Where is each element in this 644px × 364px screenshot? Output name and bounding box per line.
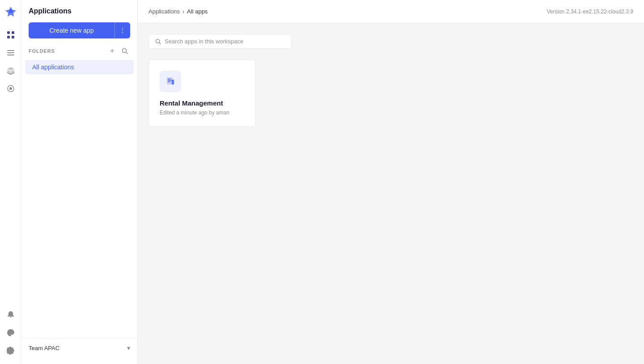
sidebar-title: Applications <box>21 7 137 22</box>
folder-label: All applications <box>32 63 74 71</box>
app-meta: Edited a minute ago by aman <box>160 110 245 116</box>
svg-rect-20 <box>168 80 172 81</box>
plus-icon: + <box>110 47 114 55</box>
svg-rect-3 <box>7 36 10 38</box>
create-menu-button[interactable]: ⋮ <box>114 22 130 38</box>
search-bar-icon <box>155 38 161 45</box>
create-new-app-button[interactable]: Create new app <box>29 22 114 38</box>
folders-label: FOLDERS <box>29 48 55 54</box>
bottom-icons <box>3 307 19 359</box>
svg-point-0 <box>9 9 13 13</box>
svg-point-12 <box>11 330 12 331</box>
app-card-rental-management[interactable]: Rental Management Edited a minute ago by… <box>148 59 256 127</box>
svg-line-17 <box>159 42 161 44</box>
svg-rect-22 <box>172 80 174 85</box>
svg-rect-5 <box>7 50 14 51</box>
svg-line-15 <box>126 52 128 54</box>
nav-icon-list[interactable] <box>3 45 19 61</box>
nav-icon-filter[interactable] <box>3 80 19 97</box>
breadcrumb-separator: › <box>182 8 184 15</box>
team-name: Team APAC <box>29 345 59 351</box>
version-info: Version 2.34.1-ee2.15.22-cloud2.3.9 <box>547 8 633 15</box>
svg-point-10 <box>8 332 9 333</box>
svg-point-13 <box>12 332 13 333</box>
top-bar: Applications › All apps Version 2.34.1-e… <box>138 0 644 23</box>
three-dots-icon: ⋮ <box>119 27 126 34</box>
apps-grid: Rental Management Edited a minute ago by… <box>148 59 633 127</box>
app-icon <box>165 76 176 87</box>
add-folder-button[interactable]: + <box>107 46 118 56</box>
folders-header: FOLDERS + <box>21 46 137 60</box>
svg-rect-7 <box>7 55 14 55</box>
sidebar-bottom: Team APAC ▾ <box>21 339 137 357</box>
search-input[interactable] <box>165 38 285 45</box>
svg-rect-19 <box>168 79 171 80</box>
create-btn-wrapper: Create new app ⋮ <box>21 22 137 46</box>
nav-icon-notifications[interactable] <box>3 307 19 323</box>
chevron-down-icon[interactable]: ▾ <box>127 344 130 351</box>
icon-sidebar <box>0 0 21 364</box>
app-icon-wrapper <box>160 71 181 92</box>
content-area: Rental Management Edited a minute ago by… <box>138 23 644 364</box>
search-folder-button[interactable] <box>119 46 130 56</box>
folder-item-all-applications[interactable]: All applications <box>25 60 134 74</box>
svg-rect-1 <box>7 31 10 34</box>
logo[interactable] <box>4 5 17 18</box>
svg-rect-2 <box>12 31 14 34</box>
main-content: Applications › All apps Version 2.34.1-e… <box>138 0 644 364</box>
breadcrumb-parent[interactable]: Applications <box>148 8 180 15</box>
nav-icon-grid[interactable] <box>3 27 19 43</box>
svg-point-9 <box>9 87 12 90</box>
svg-point-11 <box>9 330 10 331</box>
svg-rect-4 <box>12 36 14 38</box>
svg-rect-6 <box>7 52 14 53</box>
app-name: Rental Management <box>160 99 245 107</box>
svg-rect-21 <box>168 81 170 82</box>
search-bar[interactable] <box>148 34 292 49</box>
search-icon <box>122 48 128 54</box>
main-sidebar: Applications Create new app ⋮ FOLDERS + … <box>21 0 138 364</box>
folders-actions: + <box>107 46 130 56</box>
nav-icon-theme[interactable] <box>3 325 19 341</box>
nav-icon-layers[interactable] <box>3 63 19 79</box>
breadcrumb: Applications › All apps <box>148 8 208 15</box>
breadcrumb-current: All apps <box>187 8 208 15</box>
nav-icon-settings[interactable] <box>3 343 19 359</box>
